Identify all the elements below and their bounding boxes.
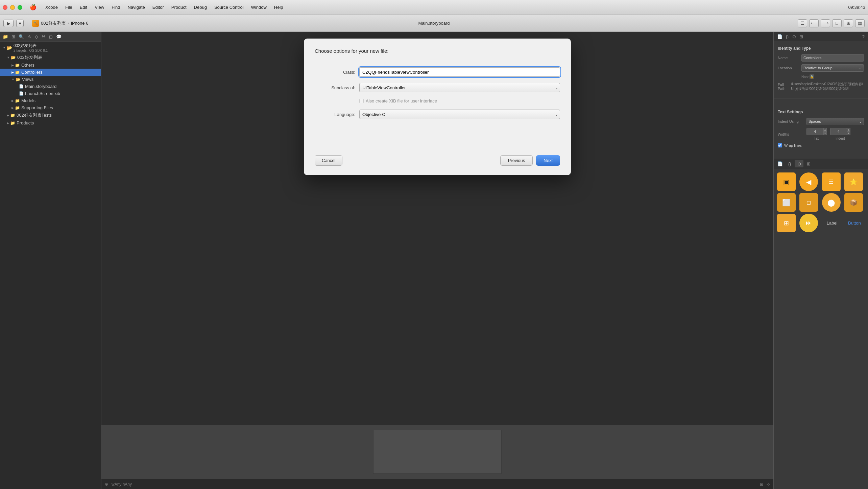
rp-tab-identity[interactable]: ⊙ (795, 160, 803, 167)
sidebar-item-others[interactable]: ▶ 📁 Others (0, 62, 101, 69)
rp-code-icon[interactable]: {} (786, 34, 789, 39)
view-menu[interactable]: View (91, 4, 107, 11)
models-folder-icon: 📁 (15, 98, 20, 103)
wrap-lines-checkbox[interactable] (778, 143, 782, 147)
icon-grid-item-inner-frame[interactable]: ◻ (799, 193, 818, 212)
right-panel-header: 📄 {} ⊙ ⊞ ? (774, 32, 868, 42)
location-dropdown[interactable]: Relative to Group ⌄ (801, 64, 864, 72)
name-field-label: Name (778, 56, 801, 60)
previous-button[interactable]: Previous (500, 155, 533, 166)
class-row: Class: (315, 67, 560, 77)
language-select-wrapper: Objective-C Swift ⌄ (359, 110, 560, 119)
next-button[interactable]: Next (536, 155, 560, 166)
xib-checkbox[interactable] (359, 99, 364, 103)
xcode-menu[interactable]: Xcode (42, 4, 61, 11)
maximize-button[interactable] (18, 5, 22, 10)
storyboard-file-icon: 📄 (19, 84, 24, 89)
rp-help-icon[interactable]: ? (862, 34, 865, 39)
rp-tab-layout[interactable]: ⊞ (804, 160, 813, 167)
icon-grid-item-grid[interactable]: ⊞ (777, 214, 796, 232)
sidebar-item-views[interactable]: ▼ 📂 Views (0, 76, 101, 83)
widths-row: Widths 4 ▲ ▼ Tab 4 (778, 128, 864, 140)
sidebar-item-tests[interactable]: ▶ 📁 002好友列表Tests (0, 111, 101, 119)
icon-grid-item-media[interactable]: ⏭ (799, 214, 818, 232)
apple-menu[interactable]: 🍎 (26, 3, 40, 11)
tab-decrement-btn[interactable]: ▼ (823, 132, 827, 135)
help-menu[interactable]: Help (271, 4, 287, 11)
rp-layout-icon[interactable]: ⊞ (799, 34, 803, 39)
window-menu[interactable]: Window (248, 4, 270, 11)
find-menu[interactable]: Find (108, 4, 123, 11)
icon-grid-item-button[interactable]: Button (844, 214, 865, 232)
icon-grid-item-frame[interactable]: ▣ (777, 172, 796, 191)
language-select[interactable]: Objective-C Swift (359, 110, 560, 119)
minimize-button[interactable] (10, 5, 15, 10)
file-menu[interactable]: File (62, 4, 76, 11)
icon-grid-item-star[interactable]: ⭐ (844, 172, 863, 191)
icon-grid-item-outer-frame[interactable]: ⬜ (777, 193, 796, 212)
back-forward-btn[interactable]: ⟵ (809, 19, 819, 27)
run-button[interactable]: ▶ (3, 20, 14, 27)
source-control-menu[interactable]: Source Control (211, 4, 247, 11)
editor-layout-btn[interactable]: ☰ (798, 19, 807, 27)
project-chevron: › (68, 21, 69, 25)
sidebar-item-supporting-files[interactable]: ▶ 📁 Supporting Files (0, 104, 101, 111)
debug-menu[interactable]: Debug (191, 4, 210, 11)
full-path-label: Full Path (778, 83, 791, 91)
tests-label: 002好友列表Tests (17, 112, 52, 118)
others-folder-icon: 📁 (15, 63, 20, 68)
sidebar-item-launchscreen[interactable]: 📄 LaunchScreen.xib (0, 90, 101, 97)
sidebar-item-project[interactable]: ▼ 📂 002好友列表 2 targets, iOS SDK 8.1 (0, 42, 101, 53)
view-toggle-1[interactable]: □ (832, 19, 842, 27)
lock-icon[interactable]: 🔒 (810, 74, 814, 79)
sidebar-item-controllers[interactable]: ▶ 📁 Controllers (0, 69, 101, 76)
indent-chevron-icon: ⌄ (859, 119, 862, 124)
subclass-select[interactable]: UITableViewController (359, 83, 560, 92)
sidebar-item-root-group[interactable]: ▼ 📂 002好友列表 (0, 53, 101, 62)
close-button[interactable] (3, 5, 7, 10)
icon-grid-item-circle[interactable]: ⬤ (822, 193, 841, 212)
icon-grid-item-label[interactable]: Label (822, 214, 842, 232)
indent-using-dropdown[interactable]: Spaces ⌄ (806, 118, 864, 125)
sidebar-icon-search[interactable]: 🔍 (19, 34, 24, 39)
controllers-folder-icon: 📁 (15, 70, 20, 75)
icon-grid-item-list[interactable]: ☰ (822, 172, 841, 191)
project-selector[interactable]: 🔨 002好友列表 › iPhone 6 (32, 20, 88, 27)
rp-file-icon[interactable]: 📄 (777, 34, 782, 39)
sidebar-icon-test[interactable]: ◻ (49, 34, 53, 39)
sidebar-icon-grid[interactable]: ⊞ (11, 34, 15, 39)
rp-tab-code[interactable]: {} (785, 160, 794, 167)
icon-grid-item-box[interactable]: 📦 (844, 193, 863, 212)
view-toggle-3[interactable]: ▦ (855, 19, 865, 27)
class-input[interactable] (359, 67, 560, 77)
sidebar-icon-report[interactable]: 💬 (56, 34, 62, 39)
sidebar-icon-source[interactable]: ◇ (35, 34, 38, 39)
xib-file-icon: 📄 (19, 91, 24, 96)
dialog-footer: Cancel Previous Next (315, 155, 560, 166)
sidebar-item-products[interactable]: ▶ 📁 Products (0, 119, 101, 126)
navigate-menu[interactable]: Navigate (124, 4, 148, 11)
stop-button[interactable]: ■ (16, 20, 24, 27)
sidebar-icon-folder[interactable]: 📁 (3, 34, 8, 39)
icon-grid-item-back[interactable]: ◀ (799, 172, 818, 191)
editor-menu[interactable]: Editor (149, 4, 167, 11)
sidebar-icon-breakpoint[interactable]: ☵ (42, 34, 46, 39)
forward-btn[interactable]: ⟶ (821, 19, 830, 27)
tab-increment-btn[interactable]: ▲ (823, 128, 827, 132)
sidebar-item-models[interactable]: ▶ 📁 Models (0, 97, 101, 104)
indent-decrement-btn[interactable]: ▼ (847, 132, 850, 135)
rp-tab-file[interactable]: 📄 (776, 160, 785, 167)
name-field-input[interactable] (801, 54, 864, 62)
cancel-button[interactable]: Cancel (315, 155, 342, 166)
dialog-overlay: Choose options for your new file: Class:… (101, 32, 773, 489)
product-menu[interactable]: Product (168, 4, 190, 11)
indent-increment-btn[interactable]: ▲ (847, 128, 850, 132)
views-folder-icon: 📂 (16, 77, 21, 82)
view-toggle-2[interactable]: ⊞ (844, 19, 853, 27)
edit-menu[interactable]: Edit (76, 4, 91, 11)
rp-identity-icon[interactable]: ⊙ (792, 34, 796, 39)
models-label: Models (21, 98, 35, 103)
sidebar-icon-warning[interactable]: ⚠ (27, 34, 31, 39)
sidebar-item-mainstoryboard[interactable]: 📄 Main.storyboard (0, 83, 101, 90)
full-path-row: Full Path /Users/apple/Desktop/0124iOS就业… (778, 82, 864, 91)
